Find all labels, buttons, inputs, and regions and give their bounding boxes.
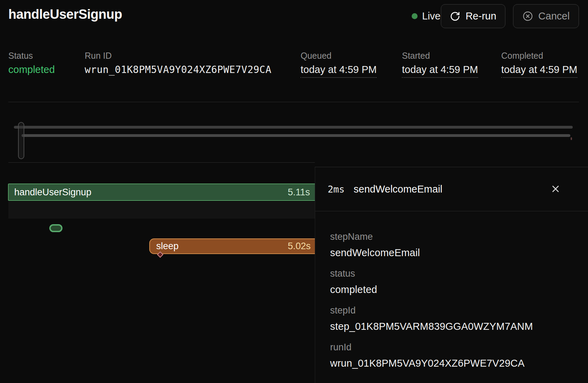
refresh-icon (450, 11, 460, 22)
span-duration: 5.02s (288, 241, 311, 252)
field-value-status: completed (330, 284, 574, 295)
gantt-row-highlight (8, 202, 315, 219)
cancel-button[interactable]: Cancel (513, 4, 579, 28)
gantt-span-sendWelcomeEmail[interactable] (49, 224, 62, 232)
queued-label: Queued (301, 51, 331, 61)
field-value-stepId: step_01K8PM5VARM839GGA0WZYM7ANM (330, 321, 574, 332)
started-time: today at 4:59 PM (402, 64, 478, 75)
gantt-top-border (8, 162, 315, 163)
workflow-run-page: handleUserSignup Live Re-run Cancel Stat… (0, 0, 588, 383)
live-label: Live (422, 10, 440, 22)
live-dot-icon (412, 13, 418, 19)
span-duration: 5.11s (288, 187, 310, 198)
span-name: handleUserSignup (14, 187, 91, 198)
field-label-status: status (330, 268, 574, 279)
close-panel-button[interactable] (549, 183, 562, 196)
span-name: sleep (156, 241, 179, 252)
step-detail-body: stepName sendWelcomeEmail status complet… (315, 211, 588, 369)
live-indicator: Live (412, 10, 440, 22)
step-detail-header: 2ms sendWelcomeEmail (315, 167, 588, 211)
completed-time-text: today at 4:59 PM (501, 64, 577, 78)
run-id-value: wrun_01K8PM5VA9Y024XZ6PWE7V29CA (85, 64, 271, 75)
step-detail-title: sendWelcomeEmail (354, 184, 443, 195)
minimap-marker-tick (571, 137, 572, 140)
gantt-span-sleep[interactable]: sleep 5.02s (149, 238, 315, 254)
header-divider (8, 102, 579, 102)
status-badge: completed (8, 64, 55, 75)
status-label: Status (8, 51, 33, 61)
rerun-button[interactable]: Re-run (441, 4, 505, 28)
page-title: handleUserSignup (8, 7, 122, 22)
started-time-text: today at 4:59 PM (402, 64, 478, 78)
field-value-runId: wrun_01K8PM5VA9Y024XZ6PWE7V29CA (330, 358, 574, 369)
started-label: Started (402, 51, 430, 61)
cancel-button-label: Cancel (538, 10, 570, 22)
step-duration-badge: 2ms (328, 184, 345, 195)
run-id-label: Run ID (85, 51, 112, 61)
circle-x-icon (522, 11, 533, 22)
completed-time: today at 4:59 PM (501, 64, 577, 75)
completed-label: Completed (501, 51, 543, 61)
queued-time-text: today at 4:59 PM (301, 64, 377, 78)
rerun-button-label: Re-run (465, 10, 496, 22)
queued-time: today at 4:59 PM (301, 64, 377, 75)
minimap-root-span-bar (14, 126, 573, 129)
field-label-stepId: stepId (330, 305, 574, 316)
step-detail-panel: 2ms sendWelcomeEmail stepName sendWelcom… (315, 167, 588, 383)
timeline-brush-handle[interactable] (18, 122, 24, 159)
gantt-span-handleUserSignup[interactable]: handleUserSignup 5.11s (8, 184, 315, 201)
close-icon (550, 184, 561, 195)
field-value-stepName: sendWelcomeEmail (330, 247, 574, 259)
field-label-runId: runId (330, 342, 574, 353)
field-label-stepName: stepName (330, 231, 574, 242)
minimap-sleep-span-bar (22, 134, 570, 137)
